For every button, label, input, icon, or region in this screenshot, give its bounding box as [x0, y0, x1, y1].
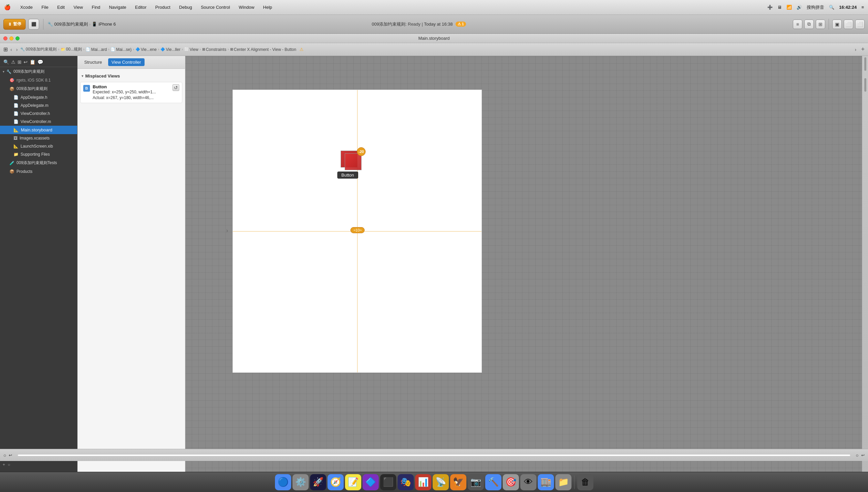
nav-expand[interactable]: › — [853, 47, 858, 52]
input-method[interactable]: 搜狗拼音 — [807, 4, 824, 10]
dock-icon-safari[interactable]: 🧭 — [327, 474, 344, 490]
sidebar-item-images[interactable]: 🖼 Images.xcassets — [0, 134, 77, 142]
dock-icon-launchpad[interactable]: 🚀 — [310, 474, 326, 490]
misplaced-header[interactable]: ▾ Misplaced Views — [80, 71, 182, 80]
bottom-filter-bar[interactable] — [18, 454, 850, 456]
hide-navigator-btn[interactable]: ▣ — [832, 20, 842, 29]
dock-icon-photos[interactable]: 📷 — [468, 474, 484, 490]
sidebar-item-main-storyboard[interactable]: 📐 Main.storyboard — [0, 126, 77, 134]
crumb-5[interactable]: Vie...ene — [141, 47, 157, 52]
sidebar-item-launchscreen[interactable]: 📐 LaunchScreen.xib — [0, 142, 77, 150]
dock-icon-app6[interactable]: 🎭 — [398, 474, 414, 490]
menu-find[interactable]: Find — [90, 4, 101, 10]
sidebar-item-products[interactable]: 📦 Products — [0, 168, 77, 176]
menu-source-control[interactable]: Source Control — [199, 4, 231, 10]
navigator-comment[interactable]: 💬 — [38, 59, 43, 65]
scm-btn-right[interactable]: ↩ — [861, 453, 865, 458]
dock-icon-notes[interactable]: 📝 — [345, 474, 361, 490]
nav-back[interactable]: ‹ — [9, 47, 14, 52]
dock-icon-xcode[interactable]: 🔨 — [485, 474, 501, 490]
dock-icon-app9[interactable]: 🦅 — [450, 474, 466, 490]
dock-icon-onenote[interactable]: 🔷 — [363, 474, 379, 490]
dock-icon-system-prefs[interactable]: ⚙️ — [293, 474, 309, 490]
notification-icon[interactable]: ≡ — [861, 5, 864, 10]
issue-item-button[interactable]: B Button Expected: x=250, y=250, width=1… — [80, 82, 182, 103]
dock-icon-finder[interactable]: 🔵 — [275, 474, 291, 490]
dock-icon-preview[interactable]: 👁 — [520, 474, 537, 490]
tab-structure[interactable]: Structure — [81, 58, 105, 66]
canvas-area[interactable]: -20 Button ≈10≈ › ⬜ wAny hAn — [185, 56, 862, 481]
filter-input-right[interactable]: ○ — [856, 452, 859, 458]
menu-xcode[interactable]: Xcode — [19, 4, 34, 10]
sidebar-item-appdelegate-m[interactable]: 📄 AppDelegate.m — [0, 101, 77, 109]
crumb-7[interactable]: View — [190, 47, 198, 52]
menu-edit[interactable]: Edit — [56, 4, 66, 10]
canvas-expand-arrow[interactable]: › — [226, 227, 228, 234]
minimize-button[interactable] — [9, 36, 14, 41]
scm-status-icon[interactable]: ○ — [8, 462, 10, 467]
menu-help[interactable]: Help — [262, 4, 274, 10]
clock: 16:42:24 — [839, 5, 857, 10]
menu-window[interactable]: Window — [238, 4, 256, 10]
filter-input-left[interactable]: ○ — [3, 452, 6, 458]
navigator-hierarchy[interactable]: 📋 — [30, 59, 35, 65]
dock-icon-terminal[interactable]: ⬛ — [380, 474, 396, 490]
right-panel-handle-1[interactable] — [864, 57, 866, 71]
nav-add[interactable]: + — [861, 46, 865, 53]
stop-button[interactable]: ⬛ — [28, 19, 39, 30]
menu-navigate[interactable]: Navigate — [107, 4, 127, 10]
storyboard-view[interactable]: -20 Button ≈10≈ › — [232, 90, 482, 373]
menu-debug[interactable]: Debug — [178, 4, 193, 10]
sidebar-item-targets[interactable]: 🎯 rgets, iOS SDK 8.1 — [0, 76, 77, 84]
right-panel-handle-2[interactable] — [864, 78, 866, 92]
tab-view-controller[interactable]: View Controller — [108, 58, 145, 66]
fix-button[interactable]: ↺ — [173, 84, 179, 91]
pause-button[interactable]: ⏸ 暂停 — [3, 19, 26, 30]
dock-icon-filezilla[interactable]: 📡 — [433, 474, 449, 490]
scm-btn-left[interactable]: ↩ — [9, 453, 12, 458]
nav-forward[interactable]: › — [15, 47, 19, 52]
filter-icon[interactable]: + — [3, 462, 5, 467]
navigator-filter[interactable]: ⊞ — [18, 59, 22, 65]
crumb-3[interactable]: Mai...ard — [91, 47, 107, 52]
sidebar-item-project-name[interactable]: 📦 009添加约束规则 — [0, 84, 77, 93]
crumb-4[interactable]: Mai...se) — [116, 47, 131, 52]
editor-assistant-btn[interactable]: ⧉ — [804, 20, 814, 29]
crumb-1[interactable]: 009添加约束规则 — [26, 47, 57, 52]
warning-badge[interactable]: ⚠ 1 — [455, 22, 466, 27]
sidebar-item-viewcontroller-m[interactable]: 📄 ViewController.m — [0, 118, 77, 126]
maximize-button[interactable] — [16, 36, 20, 41]
crumb-6[interactable]: Vie...ller — [166, 47, 180, 52]
button-element-group[interactable]: -20 Button — [341, 151, 364, 171]
search-icon[interactable]: 🔍 — [829, 5, 834, 10]
grid-view-icon[interactable]: ⊞ — [3, 46, 8, 53]
hide-inspector-btn[interactable]: ⬜ — [855, 20, 865, 29]
menu-file[interactable]: File — [40, 4, 50, 10]
menu-product[interactable]: Product — [154, 4, 172, 10]
sidebar-item-project[interactable]: ▾ 🔧 009添加约束规则 — [0, 67, 77, 76]
sidebar-item-appdelegate-h[interactable]: 📄 AppDelegate.h — [0, 93, 77, 101]
navigator-search[interactable]: 🔍 — [3, 59, 9, 65]
apple-menu[interactable]: 🍎 — [4, 4, 11, 10]
crumb-2[interactable]: 00...规则 — [66, 47, 82, 52]
sidebar-item-tests[interactable]: 🧪 009添加约束规则Tests — [0, 158, 77, 168]
sidebar-item-supporting-files[interactable]: 📁 Supporting Files — [0, 150, 77, 158]
dock-icon-app7[interactable]: 📊 — [415, 474, 431, 490]
crumb-9[interactable]: Center X Alignment - View - Button — [234, 47, 296, 52]
hide-debug-btn[interactable]: ⬜ — [844, 20, 853, 29]
nav-warning-icon[interactable]: ⚠ — [300, 47, 304, 52]
dock-icon-app-store[interactable]: 🏬 — [538, 474, 554, 490]
scheme-selector[interactable]: 🔧 009添加约束规则 › 📱 iPhone 6 — [48, 21, 369, 27]
dock-icon-instruments[interactable]: 🎯 — [503, 474, 519, 490]
sidebar-item-viewcontroller-h[interactable]: 📄 ViewController.h — [0, 109, 77, 118]
navigator-recent[interactable]: ↩ — [24, 59, 28, 65]
navigator-warning-filter[interactable]: ⚠ — [11, 59, 16, 65]
close-button[interactable] — [3, 36, 7, 41]
menu-view[interactable]: View — [72, 4, 84, 10]
dock-icon-downloads[interactable]: 📁 — [555, 474, 571, 490]
menu-editor[interactable]: Editor — [134, 4, 148, 10]
editor-standard-btn[interactable]: ≡ — [793, 20, 802, 29]
editor-version-btn[interactable]: ⊞ — [816, 20, 825, 29]
crumb-8[interactable]: Constraints — [206, 47, 226, 52]
dock-icon-trash[interactable]: 🗑 — [577, 474, 593, 490]
